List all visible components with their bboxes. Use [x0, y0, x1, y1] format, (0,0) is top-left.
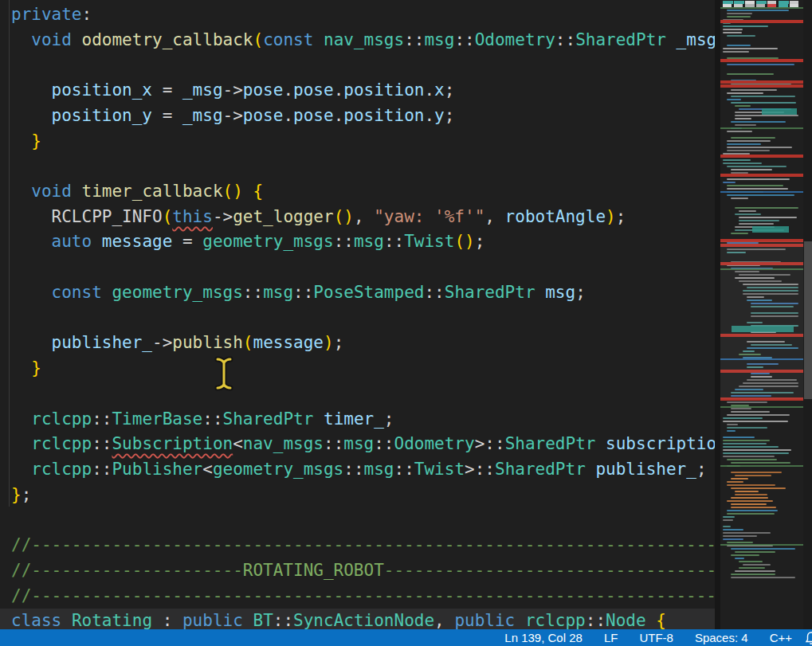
code-token: [61, 611, 72, 630]
code-line[interactable]: RCLCPP_INFO(this->get_logger(), "yaw: '%…: [11, 205, 715, 230]
code-line[interactable]: void odometry_callback(const nav_msgs::m…: [11, 28, 715, 53]
code-token: ::: [475, 460, 495, 479]
minimap-line: [731, 487, 786, 489]
code-line[interactable]: auto message = geometry_msgs::msg::Twist…: [11, 229, 715, 255]
code-token: (): [454, 232, 474, 251]
code-editor[interactable]: private: void odometry_callback(const na…: [0, 0, 715, 646]
minimap-line: [731, 497, 768, 499]
code-line[interactable]: rclcpp::Publisher<geometry_msgs::msg::Tw…: [11, 457, 715, 483]
code-token: ::: [454, 30, 474, 49]
code-line[interactable]: //--------------------------------------…: [11, 584, 715, 609]
code-token: {: [253, 182, 264, 201]
code-line[interactable]: void timer_callback() {: [11, 179, 715, 205]
minimap-line: [727, 500, 773, 502]
code-area: private: void odometry_callback(const na…: [11, 2, 715, 634]
code-token: position_x: [52, 80, 152, 100]
code-token: pose: [293, 106, 334, 125]
code-line[interactable]: position_x = _msg->pose.pose.position.x;: [11, 78, 715, 104]
minimap-line: [727, 45, 751, 46]
status-item[interactable]: C++: [770, 631, 792, 644]
minimap-line: [727, 10, 789, 11]
minimap[interactable]: [720, 0, 803, 646]
code-line[interactable]: [11, 53, 715, 78]
minimap-line: [735, 491, 759, 492]
code-token: ::: [404, 30, 424, 49]
code-line[interactable]: rclcpp::Subscription<nav_msgs::msg::Odom…: [11, 432, 715, 457]
code-token: [72, 30, 82, 49]
status-item[interactable]: Spaces: 4: [695, 631, 748, 644]
code-token: [535, 283, 546, 302]
minimap-line: [723, 159, 751, 161]
code-token: msg: [364, 460, 394, 479]
code-token: ROTATING_ROBOT: [243, 561, 384, 580]
minimap-line: [731, 233, 748, 234]
code-token: position_y: [52, 106, 152, 125]
code-line[interactable]: [11, 154, 715, 179]
code-token: ::: [394, 460, 414, 479]
minimap-line: [723, 440, 770, 441]
code-token: ::: [343, 460, 363, 479]
code-line[interactable]: //---------------------ROTATING_ROBOT---…: [11, 558, 715, 584]
code-line[interactable]: }: [11, 129, 715, 155]
code-line[interactable]: [11, 306, 715, 331]
code-token: ::: [334, 232, 354, 251]
code-line[interactable]: [11, 255, 715, 280]
minimap-line: [739, 223, 774, 225]
code-token: ->: [152, 333, 172, 352]
code-token: //---------------------: [11, 561, 243, 580]
code-line[interactable]: rclcpp::TimerBase::SharedPtr timer_;: [11, 407, 715, 433]
minimap-line: [723, 25, 768, 27]
status-item[interactable]: UTF-8: [639, 631, 673, 644]
code-token: SharedPtr: [223, 409, 314, 429]
code-token: y: [434, 106, 445, 125]
minimap-line: [735, 494, 767, 495]
code-line[interactable]: private:: [11, 2, 715, 28]
code-line[interactable]: };: [11, 483, 715, 508]
minimap-line: [727, 510, 778, 511]
minimap-line: [723, 526, 731, 527]
minimap-line: [720, 155, 803, 158]
code-token: this: [172, 207, 213, 226]
scrollbar-thumb[interactable]: [804, 241, 812, 399]
code-line[interactable]: position_y = _msg->pose.pose.position.y;: [11, 104, 715, 129]
code-token: (): [223, 182, 243, 201]
minimap-line: [731, 169, 772, 170]
minimap-line: [739, 561, 763, 562]
code-line[interactable]: publisher_->publish(message);: [11, 331, 715, 356]
code-token: (: [253, 30, 263, 49]
minimap-line: [735, 558, 744, 559]
minimap-line: [739, 567, 765, 569]
code-token: get_logger: [233, 207, 333, 226]
minimap-line: [731, 554, 759, 556]
code-token: public: [454, 611, 515, 630]
code-token: message: [102, 232, 173, 251]
code-token: publish: [172, 333, 243, 352]
code-token: TimerBase: [112, 409, 202, 429]
code-token: private: [11, 5, 82, 24]
status-item[interactable]: LF: [604, 631, 618, 644]
code-token: class: [11, 611, 61, 630]
minimap-line: [762, 108, 797, 115]
status-item[interactable]: Ln 139, Col 28: [504, 631, 583, 644]
code-token: Node: [606, 611, 646, 630]
minimap-line: [731, 198, 748, 199]
code-token: _msg: [182, 80, 223, 100]
minimap-line: [723, 29, 743, 30]
code-line[interactable]: [11, 507, 715, 533]
code-line[interactable]: //--------------------------------------…: [11, 533, 715, 558]
code-token: .: [334, 106, 344, 125]
code-line[interactable]: }: [11, 356, 715, 382]
minimap-line: [727, 73, 774, 75]
code-token: _msg: [677, 30, 715, 49]
code-line[interactable]: const geometry_msgs::msg::PoseStamped::S…: [11, 280, 715, 306]
code-token: [11, 460, 31, 479]
code-token: msg: [545, 283, 575, 302]
code-token: Twist: [414, 460, 465, 479]
code-line[interactable]: [11, 382, 715, 407]
minimap-line: [727, 430, 736, 432]
code-token: (): [334, 207, 354, 226]
scrollbar-track[interactable]: [803, 0, 812, 646]
code-token: _msg: [182, 106, 223, 125]
notifications-bell-icon[interactable]: [803, 630, 812, 646]
code-token: [11, 106, 52, 125]
